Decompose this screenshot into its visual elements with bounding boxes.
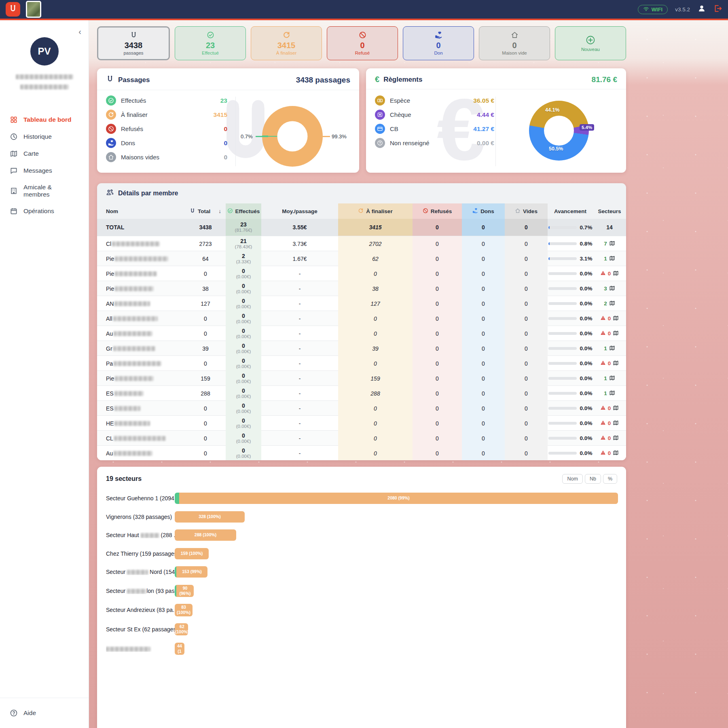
sectors-toggles: NomNb% — [562, 474, 617, 484]
member-row[interactable]: Pa00(0.00€)-00000.0%0 — [97, 356, 626, 370]
column-header-label: Moy./passage — [282, 208, 317, 214]
sidebar-item-label: Opérations — [23, 207, 54, 215]
column-header-dons[interactable]: Dons — [462, 203, 505, 219]
legend-value: 0.00 € — [477, 140, 494, 147]
route-icon — [106, 75, 114, 85]
sector-bar: 44 (1 — [175, 643, 184, 655]
sector-bar-value: 159 (100%) — [175, 548, 209, 559]
member-row[interactable]: AN1270(0.00€)-1270000.0%2 — [97, 296, 626, 311]
sector-bar-row[interactable]: Chez Thierry (159 passages)159 (100%) — [106, 548, 617, 559]
wifi-label: WIFI — [652, 6, 662, 13]
sector-bar-row[interactable]: Vignerons (328 passages)328 (100%) — [106, 511, 617, 523]
legend-label: CB — [390, 125, 398, 132]
sectors-toggle-nb[interactable]: Nb — [585, 474, 601, 484]
refresh-icon — [106, 110, 116, 120]
sidebar-item-amicale-membres[interactable]: Amicale & membres — [0, 179, 89, 203]
sector-bar-row[interactable]: Secteur Guehenno 1 (2094 ...2080 (99%) — [106, 493, 617, 504]
member-row[interactable]: Au00(0.00€)-00000.0%0 — [97, 445, 626, 460]
member-row[interactable]: Au00(0.00€)-00000.0%0 — [97, 326, 626, 341]
legend-label: Maisons vides — [121, 154, 159, 161]
member-row[interactable]: All00(0.00€)-00000.0%0 — [97, 311, 626, 326]
member-name-redacted — [113, 316, 158, 321]
member-row[interactable]: HE00(0.00€)-00000.0%0 — [97, 415, 626, 430]
progress-percent: 0.0% — [580, 271, 593, 277]
home-icon — [106, 152, 116, 162]
sidebar-collapse-button[interactable]: ‹ — [78, 28, 81, 36]
member-row[interactable]: ES00(0.00€)-00000.0%0 — [97, 400, 626, 415]
messages-icon — [10, 167, 18, 175]
member-row[interactable]: Cl272321(78.43€)3.73€27020000.8%7 — [97, 236, 626, 251]
sector-bar: 328 (100%) — [175, 511, 245, 523]
legend-label: À finaliser — [121, 111, 148, 118]
legend-label: Non renseigné — [390, 140, 430, 146]
column-header-avancement[interactable]: Avancement — [548, 203, 593, 219]
sort-down-icon[interactable]: ↓ — [218, 208, 221, 214]
progress-bar — [548, 437, 577, 440]
sector-bar: 90 (96%) — [175, 585, 194, 597]
progress-bar — [548, 422, 577, 425]
member-row[interactable]: Gr390(0.00€)-390000.0%1 — [97, 341, 626, 356]
member-row[interactable]: Pie642(3.33€)1.67€620003.1%1 — [97, 251, 626, 266]
stat-card-maison-vide[interactable]: 0Maison vide — [479, 26, 550, 60]
stat-card-effectue[interactable]: 23Effectué — [175, 26, 246, 60]
stat-card-label: Effectué — [202, 51, 219, 55]
sector-label: Chez Thierry (159 passages) — [106, 550, 175, 557]
column-header-nom[interactable]: Nom — [97, 203, 185, 219]
sector-bar-row[interactable]: Secteur Andrezieux (83 pa...83 (100%) — [106, 604, 617, 616]
sidebar-item-aide[interactable]: Aide — [0, 705, 89, 722]
member-row[interactable]: Pie1590(0.00€)-1590000.0%1 — [97, 370, 626, 385]
card-icon — [375, 124, 385, 134]
progress-bar — [548, 392, 577, 395]
block-icon — [106, 124, 116, 134]
table-header-row: NomTotal↓EffectuésMoy./passageÀ finalise… — [97, 203, 626, 219]
sidebar-item-operations[interactable]: Opérations — [0, 203, 89, 220]
progress-bar — [548, 377, 577, 380]
member-row[interactable]: ES2880(0.00€)-2880000.0%1 — [97, 385, 626, 400]
sector-bar-row[interactable]: Secteur Nord (154 ...153 (99%) — [106, 566, 617, 578]
sidebar-item-label: Amicale & membres — [23, 184, 79, 198]
legend-item: Dons0 — [106, 136, 227, 150]
logout-icon[interactable] — [713, 4, 722, 15]
column-header-label: Effectués — [235, 208, 260, 214]
member-row[interactable]: Pie380(0.00€)-380000.0%3 — [97, 281, 626, 296]
passages-panel: Passages 3438 passages Effectués23À fina… — [97, 68, 359, 173]
progress-bar — [548, 242, 577, 245]
column-header-effectu-s[interactable]: Effectués — [226, 203, 261, 219]
plus-circle-icon — [586, 35, 595, 47]
map-small-icon — [613, 270, 619, 277]
stat-card-a-finaliser[interactable]: 3415À finaliser — [251, 26, 322, 60]
stat-card-don[interactable]: 0Don — [403, 26, 474, 60]
sidebar-item-carte[interactable]: Carte — [0, 145, 89, 162]
sidebar-item-historique[interactable]: Historique — [0, 128, 89, 145]
user-icon[interactable] — [697, 4, 706, 15]
column-header--finaliser[interactable]: À finaliser — [338, 203, 413, 219]
column-header-vides[interactable]: Vides — [505, 203, 548, 219]
sector-label: Secteur Guehenno 1 (2094 ... — [106, 495, 175, 502]
sector-bar: 153 (99%) — [175, 566, 207, 578]
sidebar-item-tableau-de-bord[interactable]: Tableau de bord — [0, 111, 89, 128]
progress-percent: 0.0% — [580, 375, 593, 381]
sector-bar-row[interactable]: 44 (1 — [106, 643, 617, 655]
sectors-toggle-nom[interactable]: Nom — [562, 474, 582, 484]
sector-count: 1 — [604, 256, 607, 262]
sidebar: ‹ PV Tableau de bordHistoriqueCarteMessa… — [0, 20, 89, 728]
sector-bar-row[interactable]: Secteur lon (93 pas...90 (96%) — [106, 585, 617, 597]
stat-card-nouveau[interactable]: Nouveau — [555, 26, 626, 60]
member-row[interactable]: Pie00(0.00€)-00000.0%0 — [97, 266, 626, 281]
warning-icon — [600, 270, 606, 277]
column-header-label: À finaliser — [366, 208, 392, 214]
column-header-total[interactable]: Total↓ — [185, 203, 226, 219]
column-header-moy-passage[interactable]: Moy./passage — [261, 203, 338, 219]
stat-card-refuse[interactable]: 0Refusé — [327, 26, 398, 60]
column-header-secteurs[interactable]: Secteurs — [593, 203, 626, 219]
sector-bar-row[interactable]: Secteur St Ex (62 passages)62 (100%) — [106, 623, 617, 635]
stat-card-passages[interactable]: 3438passages — [97, 26, 170, 60]
sector-bar-row[interactable]: Secteur Haut (288 ...288 (100%) — [106, 529, 617, 541]
sectors-toggle-pct[interactable]: % — [603, 474, 617, 484]
sidebar-item-messages[interactable]: Messages — [0, 162, 89, 179]
member-row[interactable]: CL00(0.00€)-00000.0%0 — [97, 430, 626, 445]
hand-heart-icon — [106, 138, 116, 148]
sector-count: 0 — [608, 330, 611, 336]
wifi-status-badge[interactable]: WIFI — [638, 5, 668, 14]
column-header-refus-s[interactable]: Refusés — [413, 203, 462, 219]
